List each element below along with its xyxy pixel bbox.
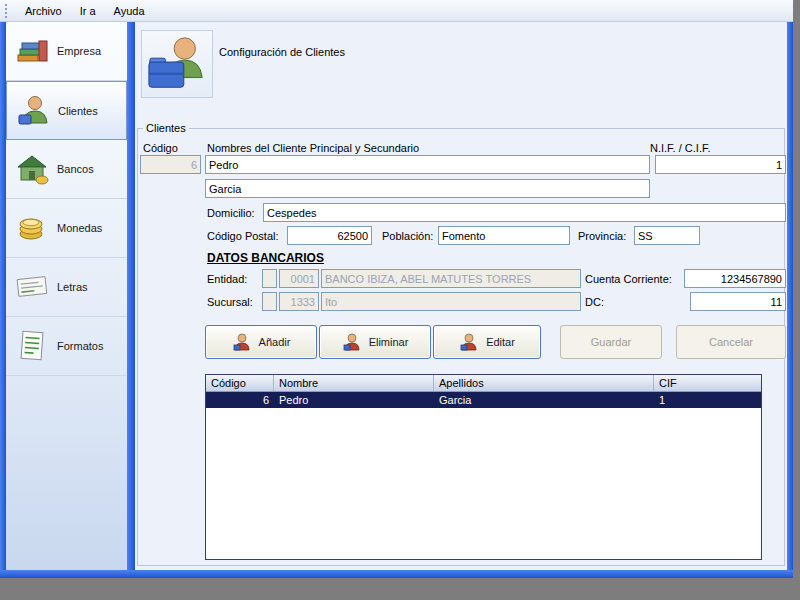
grid-header-cif[interactable]: CIF bbox=[654, 375, 761, 391]
letras-icon bbox=[14, 269, 50, 305]
clientes-group-legend: Clientes bbox=[143, 122, 189, 134]
grid-header-codigo[interactable]: Código bbox=[206, 375, 274, 391]
datos-bancarios-title: DATOS BANCARIOS bbox=[207, 251, 324, 265]
guardar-label: Guardar bbox=[591, 336, 631, 348]
menu-ir-a[interactable]: Ir a bbox=[71, 1, 105, 21]
cuenta-corriente-label: Cuenta Corriente: bbox=[585, 273, 672, 285]
person-edit-icon bbox=[459, 332, 479, 352]
sidebar-item-clientes[interactable]: Clientes bbox=[6, 81, 127, 140]
sucursal-lookup-box bbox=[262, 292, 277, 311]
sidebar: Empresa Clientes Bancos bbox=[6, 22, 127, 570]
provincia-label: Provincia: bbox=[578, 230, 626, 242]
eliminar-button[interactable]: Eliminar bbox=[319, 325, 431, 359]
dc-label: DC: bbox=[585, 296, 604, 308]
sidebar-item-monedas[interactable]: Monedas bbox=[6, 199, 127, 258]
sucursal-codigo-field bbox=[279, 292, 319, 311]
cell-apellidos: Garcia bbox=[434, 392, 654, 408]
nif-input[interactable] bbox=[655, 155, 786, 174]
entidad-label: Entidad: bbox=[207, 273, 247, 285]
cell-nombre: Pedro bbox=[274, 392, 434, 408]
cancelar-button: Cancelar bbox=[676, 325, 786, 359]
main-panel: Configuración de Clientes Clientes Códig… bbox=[135, 22, 787, 570]
sidebar-item-label: Formatos bbox=[57, 340, 103, 352]
provincia-input[interactable] bbox=[634, 226, 700, 245]
sidebar-item-empresa[interactable]: Empresa bbox=[6, 22, 127, 81]
sidebar-item-label: Monedas bbox=[57, 222, 102, 234]
anadir-button[interactable]: Añadir bbox=[205, 325, 317, 359]
cell-cif: 1 bbox=[654, 392, 761, 408]
domicilio-input[interactable] bbox=[263, 203, 786, 222]
clientes-header-icon bbox=[141, 30, 213, 98]
codigo-postal-label: Código Postal: bbox=[207, 230, 279, 242]
page-title: Configuración de Clientes bbox=[219, 46, 345, 58]
cell-codigo: 6 bbox=[206, 392, 274, 408]
toolbar-grip-handle[interactable] bbox=[5, 4, 9, 18]
sidebar-item-label: Letras bbox=[57, 281, 88, 293]
nif-label: N.I.F. / C.I.F. bbox=[650, 142, 711, 154]
entidad-nombre-field bbox=[321, 269, 581, 288]
domicilio-label: Domicilio: bbox=[207, 207, 255, 219]
nombres-label: Nombres del Cliente Principal y Secundar… bbox=[207, 142, 419, 154]
editar-label: Editar bbox=[486, 336, 515, 348]
sidebar-item-formatos[interactable]: Formatos bbox=[6, 317, 127, 376]
bancos-icon bbox=[14, 151, 50, 187]
nombre-input[interactable] bbox=[205, 155, 650, 174]
menu-ayuda[interactable]: Ayuda bbox=[105, 1, 154, 21]
clientes-icon bbox=[15, 93, 51, 129]
entidad-lookup-box bbox=[262, 269, 277, 288]
sucursal-label: Sucursal: bbox=[207, 296, 253, 308]
monedas-icon bbox=[14, 210, 50, 246]
codigo-label: Código bbox=[143, 142, 178, 154]
table-row[interactable]: 6 Pedro Garcia 1 bbox=[206, 392, 761, 408]
codigo-postal-input[interactable] bbox=[287, 226, 372, 245]
codigo-field bbox=[140, 155, 201, 174]
poblacion-label: Población: bbox=[382, 230, 433, 242]
guardar-button: Guardar bbox=[560, 325, 662, 359]
menu-archivo[interactable]: Archivo bbox=[16, 1, 71, 21]
dc-input[interactable] bbox=[690, 292, 786, 311]
cuenta-corriente-input[interactable] bbox=[684, 269, 786, 288]
menu-bar: Archivo Ir a Ayuda bbox=[0, 0, 793, 22]
poblacion-input[interactable] bbox=[438, 226, 570, 245]
person-add-icon bbox=[232, 332, 252, 352]
grid-header-row: Código Nombre Apellidos CIF bbox=[206, 375, 761, 392]
sidebar-main-divider bbox=[127, 22, 135, 570]
empresa-icon bbox=[14, 33, 50, 69]
app-window: Archivo Ir a Ayuda Empresa bbox=[0, 0, 793, 578]
apellidos-input[interactable] bbox=[205, 179, 650, 198]
window-border-right bbox=[787, 22, 793, 570]
sidebar-item-label: Clientes bbox=[58, 105, 98, 117]
clients-grid: Código Nombre Apellidos CIF 6 Pedro Garc… bbox=[205, 374, 762, 560]
window-border-bottom bbox=[0, 570, 793, 578]
eliminar-label: Eliminar bbox=[369, 336, 409, 348]
person-delete-icon bbox=[342, 332, 362, 352]
anadir-label: Añadir bbox=[259, 336, 291, 348]
entidad-codigo-field bbox=[279, 269, 319, 288]
sucursal-nombre-field bbox=[321, 292, 581, 311]
grid-header-nombre[interactable]: Nombre bbox=[274, 375, 434, 391]
editar-button[interactable]: Editar bbox=[433, 325, 541, 359]
sidebar-item-label: Bancos bbox=[57, 163, 94, 175]
sidebar-item-letras[interactable]: Letras bbox=[6, 258, 127, 317]
sidebar-item-label: Empresa bbox=[57, 45, 101, 57]
grid-header-apellidos[interactable]: Apellidos bbox=[434, 375, 654, 391]
sidebar-item-bancos[interactable]: Bancos bbox=[6, 140, 127, 199]
formatos-icon bbox=[14, 328, 50, 364]
cancelar-label: Cancelar bbox=[709, 336, 753, 348]
